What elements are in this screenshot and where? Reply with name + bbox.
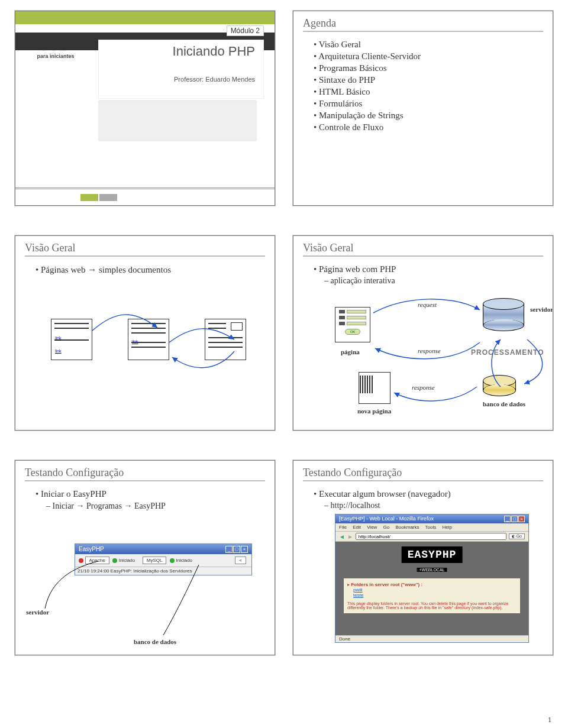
form-page-icon: OK xyxy=(335,307,370,342)
arrow-icon: → xyxy=(88,264,96,274)
footer-green-block xyxy=(80,194,98,201)
easyphp-window: EasyPHP _□× Apache Iniciado MySQL Inicia… xyxy=(75,543,252,575)
label-banco: banco de dados xyxy=(483,400,525,407)
accent-bar xyxy=(15,11,275,24)
window-titlebar: EasyPHP _□× xyxy=(75,544,251,554)
agenda-item: Sintaxe do PHP xyxy=(314,75,540,85)
bullet-text: Executar algum browser (navegador) xyxy=(314,489,540,499)
link-label: link xyxy=(132,339,138,344)
folder-link[interactable]: pwill xyxy=(353,587,517,593)
menu-item[interactable]: Edit xyxy=(353,525,361,530)
agenda-item: Formulários xyxy=(314,99,540,109)
menu-item[interactable]: View xyxy=(367,525,377,530)
easyphp-logo: EASYPHP xyxy=(402,546,463,563)
forward-icon[interactable]: ► xyxy=(347,533,353,540)
agenda-body: Visão Geral Arquitetura Cliente-Servidor… xyxy=(293,34,553,132)
professor-text: Professor: Eduardo Mendes xyxy=(107,76,255,83)
logo-subtitle: para iniciantes xyxy=(37,53,74,59)
sub-bullet-text: aplicação interativa xyxy=(324,276,540,286)
document-icon: link link xyxy=(51,319,92,360)
ok-button-icon: OK xyxy=(345,329,360,335)
agenda-item: Arquitetura Cliente-Servidor xyxy=(314,51,540,62)
label-pagina: página xyxy=(341,348,360,355)
window-content: Apache Iniciado MySQL Iniciado < xyxy=(75,554,251,567)
folder-link[interactable]: teste xyxy=(353,593,517,598)
agenda-item: Controle de Fluxo xyxy=(314,122,540,132)
database-icon xyxy=(483,375,516,396)
footer-gray-block xyxy=(99,194,117,201)
label-banco: banco de dados xyxy=(134,638,176,645)
document-icon xyxy=(205,319,246,360)
done-label: Done xyxy=(339,636,350,642)
title-box: Iniciando PHP Professor: Eduardo Mendes xyxy=(98,40,264,99)
back-icon[interactable]: ◄ xyxy=(339,533,345,540)
label-nova-pagina: nova página xyxy=(357,407,391,415)
agenda-item: HTML Básico xyxy=(314,87,540,97)
bullet-pre: Páginas web xyxy=(41,265,88,274)
slide-testando-2: Testando Configuração Executar algum bro… xyxy=(293,460,553,655)
apache-button[interactable]: Apache xyxy=(85,556,109,564)
agenda-item: Manipulação de Strings xyxy=(314,111,540,121)
slide-agenda: Agenda Visão Geral Arquitetura Cliente-S… xyxy=(293,11,553,206)
label-response: response xyxy=(418,347,441,354)
slide-heading: Visão Geral xyxy=(25,242,265,257)
mysql-state: Iniciado xyxy=(176,558,192,563)
slide-testando-1: Testando Configuração Iniciar o EasyPHP … xyxy=(15,460,275,655)
label-request: request xyxy=(418,301,437,308)
slide-heading: Testando Configuração xyxy=(303,467,543,481)
label-response: response xyxy=(412,384,435,391)
sub-bullet-text: Iniciar → Programas → EasyPHP xyxy=(46,501,262,511)
arrow-icon: → xyxy=(124,501,132,510)
browser-titlebar: [EasyPHP] - Web Local - Mozilla Firefox … xyxy=(335,515,528,523)
mysql-button[interactable]: MySQL xyxy=(143,556,167,564)
apache-state: Iniciado xyxy=(119,558,135,563)
menu-item[interactable]: File xyxy=(339,525,347,530)
new-page-icon xyxy=(359,372,390,404)
menu-item[interactable]: Go xyxy=(383,525,390,530)
module-tag: Módulo 2 xyxy=(227,25,264,36)
panel-header: Folders in server root ("www") : xyxy=(351,582,422,587)
status-line: 21/10 19:24:00 EasyPHP: Inicialização do… xyxy=(75,567,251,575)
label-servidor: servidor xyxy=(530,306,553,313)
slide-title-text: Iniciando PHP xyxy=(107,44,255,59)
menu-item[interactable]: Help xyxy=(443,525,452,530)
agenda-item: Visão Geral xyxy=(314,40,540,50)
slide-heading: Agenda xyxy=(303,17,543,32)
panel-note: This page display folders in server root… xyxy=(347,601,517,610)
browser-window: [EasyPHP] - Web Local - Mozilla Firefox … xyxy=(335,514,529,643)
bullet-text: Páginas web → simples documentos xyxy=(36,264,262,275)
document-icon: link xyxy=(128,319,169,360)
folders-panel: ▸ Folders in server root ("www") : pwill… xyxy=(344,578,520,613)
go-button[interactable]: ◐ Go xyxy=(509,533,525,539)
expand-button[interactable]: < xyxy=(235,556,246,564)
status-bar: Done xyxy=(335,635,528,642)
address-bar: ◄ ► ◐ Go xyxy=(335,532,528,542)
browser-menu[interactable]: File Edit View Go Bookmarks Tools Help xyxy=(335,523,528,532)
slide-heading: Testando Configuração xyxy=(25,467,265,481)
slide1-footer xyxy=(15,187,275,205)
browser-title: [EasyPHP] - Web Local - Mozilla Firefox xyxy=(339,516,434,522)
slide-visao-geral-2: Visão Geral Página web com PHP aplicação… xyxy=(293,235,553,431)
bullet-post: simples documentos xyxy=(96,265,171,274)
label-processamento: PROCESSAMENTO xyxy=(471,348,544,357)
menu-item[interactable]: Tools xyxy=(425,525,437,530)
arrow-icon: → xyxy=(76,501,85,510)
link-label: link xyxy=(55,349,62,353)
window-buttons[interactable]: _□× xyxy=(225,545,248,553)
link-label: link xyxy=(55,336,62,340)
slide-visao-geral-1: Visão Geral Páginas web → simples docume… xyxy=(15,235,275,431)
agenda-item: Programas Básicos xyxy=(314,63,540,73)
window-title: EasyPHP xyxy=(79,546,104,552)
weblocal-tag: +WEBLOCAL xyxy=(417,568,447,572)
menu-item[interactable]: Bookmarks xyxy=(396,525,419,530)
sub-bullet-text: http://localhost xyxy=(324,501,540,510)
bullet-text: Iniciar o EasyPHP xyxy=(36,489,262,499)
url-input[interactable] xyxy=(356,533,506,540)
server-icon xyxy=(483,298,524,331)
label-servidor: servidor xyxy=(26,609,49,616)
browser-body: EASYPHP +WEBLOCAL ▸ Folders in server ro… xyxy=(335,542,528,639)
bullet-text: Página web com PHP xyxy=(314,264,540,274)
slide-heading: Visão Geral xyxy=(303,242,543,257)
window-buttons[interactable]: _ □ × xyxy=(504,516,525,522)
grey-block xyxy=(98,100,257,141)
